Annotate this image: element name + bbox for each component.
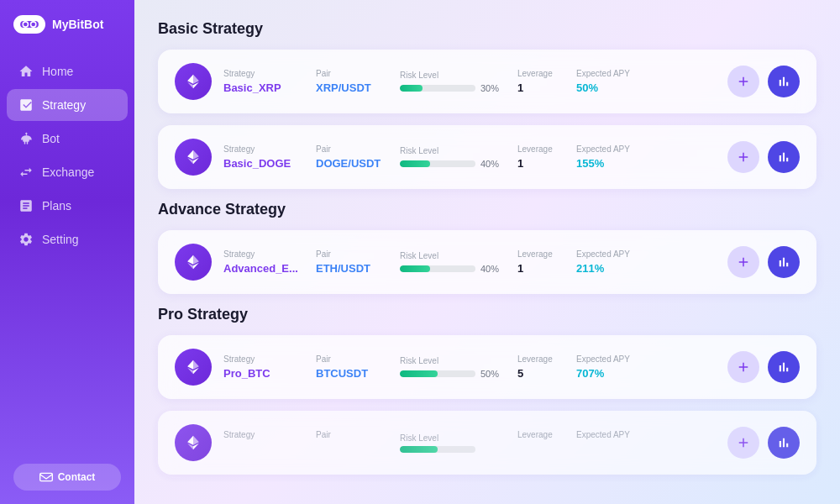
pro-strategy-title: Pro Strategy xyxy=(158,306,816,323)
eth-icon-wrap-adv xyxy=(175,244,212,281)
apy-col-pro-2: Expected APY xyxy=(576,430,643,455)
strategy-info-pro-btc: Strategy Pro_BTC xyxy=(223,354,316,380)
apy-col-advanced-eth: Expected APY 211% xyxy=(576,249,643,275)
chart-button-basic-xrp[interactable] xyxy=(768,66,800,97)
card-actions-pro-2 xyxy=(727,427,800,459)
sidebar-item-exchange[interactable]: Exchange xyxy=(7,156,128,188)
strategy-icon xyxy=(18,97,34,113)
bot-icon xyxy=(18,131,34,146)
add-button-pro-2[interactable] xyxy=(727,427,759,459)
apy-col-pro-btc: Expected APY 707% xyxy=(576,354,643,380)
svg-marker-11 xyxy=(187,150,193,160)
leverage-col-advanced-eth: Leverage 1 xyxy=(517,249,576,275)
strategy-info-advanced-eth: Strategy Advanced_E... xyxy=(223,249,316,275)
sidebar-item-plans[interactable]: Plans xyxy=(7,190,128,222)
contact-icon xyxy=(39,470,53,484)
logo-icon xyxy=(13,15,45,34)
strategy-card-basic-doge: Strategy Basic_DOGE Pair DOGE/USDT Risk … xyxy=(158,125,816,189)
eth-logo-icon-adv xyxy=(184,253,202,271)
card-cols-basic-xrp: Pair XRP/USDT Risk Level 30% Leverage 1 … xyxy=(316,69,727,94)
risk-col-pro-btc: Risk Level 50% xyxy=(400,356,517,379)
sidebar: MyBitBot Home Strategy Bot xyxy=(0,0,134,504)
sidebar-item-home[interactable]: Home xyxy=(7,55,128,87)
sidebar-item-strategy[interactable]: Strategy xyxy=(7,89,128,121)
risk-bar-advanced-eth: 40% xyxy=(400,264,517,274)
chart-icon xyxy=(776,360,791,375)
svg-marker-15 xyxy=(187,255,193,265)
strategy-card-pro-2: Strategy Pair Risk Level Leverage xyxy=(158,411,816,475)
logo-area: MyBitBot xyxy=(0,0,134,49)
add-button-basic-xrp[interactable] xyxy=(727,66,759,97)
apy-col-basic-xrp: Expected APY 50% xyxy=(576,69,643,94)
chart-icon xyxy=(776,150,791,165)
svg-marker-23 xyxy=(187,436,193,445)
progress-fill xyxy=(400,160,430,167)
chart-button-basic-doge[interactable] xyxy=(768,141,800,173)
progress-fill xyxy=(400,446,438,453)
card-actions-basic-xrp xyxy=(727,66,800,97)
sidebar-nav: Home Strategy Bot Exchange xyxy=(0,49,134,464)
chart-icon xyxy=(776,435,791,450)
card-actions-basic-doge xyxy=(727,141,800,173)
eth-logo-icon xyxy=(184,72,202,91)
eth-icon-wrap xyxy=(175,63,212,100)
pair-col-advanced-eth: Pair ETH/USDT xyxy=(316,249,400,275)
svg-marker-6 xyxy=(193,75,199,84)
card-actions-advanced-eth xyxy=(727,246,800,278)
card-cols-basic-doge: Pair DOGE/USDT Risk Level 40% Leverage 1… xyxy=(316,144,727,170)
progress-bg xyxy=(400,265,475,272)
add-button-basic-doge[interactable] xyxy=(727,141,759,173)
progress-bg xyxy=(400,370,475,377)
plus-icon xyxy=(736,74,751,89)
plus-icon xyxy=(736,255,751,270)
apy-col-basic-doge: Expected APY 155% xyxy=(576,144,643,170)
card-actions-pro-btc xyxy=(727,351,800,383)
chart-button-pro-btc[interactable] xyxy=(768,351,800,383)
leverage-col-basic-xrp: Leverage 1 xyxy=(517,69,576,94)
svg-marker-14 xyxy=(193,255,199,265)
pair-col-pro-2: Pair xyxy=(316,430,400,455)
leverage-col-basic-doge: Leverage 1 xyxy=(517,144,576,170)
svg-marker-10 xyxy=(193,150,199,160)
strategy-info-basic-xrp: Strategy Basic_XRP xyxy=(223,69,316,94)
strategy-info-pro-2: Strategy xyxy=(223,430,316,455)
svg-point-4 xyxy=(31,23,35,27)
plus-icon xyxy=(736,435,751,450)
strategy-card-advanced-eth: Strategy Advanced_E... Pair ETH/USDT Ris… xyxy=(158,230,816,294)
add-button-pro-btc[interactable] xyxy=(727,351,759,383)
chart-button-pro-2[interactable] xyxy=(768,427,800,459)
card-cols-pro-btc: Pair BTCUSDT Risk Level 50% Leverage 5 E… xyxy=(316,354,727,380)
progress-bg xyxy=(400,85,475,92)
plus-icon xyxy=(736,150,751,165)
progress-bg xyxy=(400,446,475,453)
risk-bar-pro-2 xyxy=(400,446,517,453)
logo-text: MyBitBot xyxy=(52,18,103,31)
sidebar-item-setting[interactable]: Setting xyxy=(7,223,128,255)
svg-marker-18 xyxy=(193,360,199,370)
risk-col-basic-doge: Risk Level 40% xyxy=(400,146,517,169)
progress-fill xyxy=(400,265,430,272)
eth-logo-icon-pro xyxy=(184,358,202,376)
svg-marker-19 xyxy=(187,360,193,370)
card-cols-pro-2: Pair Risk Level Leverage Expected APY xyxy=(316,430,727,455)
eth-icon-wrap-doge xyxy=(175,139,212,176)
pair-col-pro-btc: Pair BTCUSDT xyxy=(316,354,400,380)
sidebar-item-bot[interactable]: Bot xyxy=(7,123,128,155)
strategy-card-basic-xrp: Strategy Basic_XRP Pair XRP/USDT Risk Le… xyxy=(158,50,816,113)
card-cols-advanced-eth: Pair ETH/USDT Risk Level 40% Leverage 1 … xyxy=(316,249,727,275)
plans-icon xyxy=(18,198,34,213)
risk-col-pro-2: Risk Level xyxy=(400,433,517,453)
pair-col-basic-doge: Pair DOGE/USDT xyxy=(316,144,400,170)
chart-icon xyxy=(776,74,791,89)
plus-icon xyxy=(736,360,751,375)
strategy-info-basic-doge: Strategy Basic_DOGE xyxy=(223,144,316,170)
contact-button[interactable]: Contact xyxy=(13,464,121,491)
risk-col-basic-xrp: Risk Level 30% xyxy=(400,71,517,93)
home-icon xyxy=(18,64,34,79)
chart-button-advanced-eth[interactable] xyxy=(768,246,800,278)
eth-icon-wrap-pro2 xyxy=(175,424,212,461)
svg-point-3 xyxy=(24,23,28,27)
risk-col-advanced-eth: Risk Level 40% xyxy=(400,251,517,274)
add-button-advanced-eth[interactable] xyxy=(727,246,759,278)
svg-rect-5 xyxy=(39,473,52,480)
